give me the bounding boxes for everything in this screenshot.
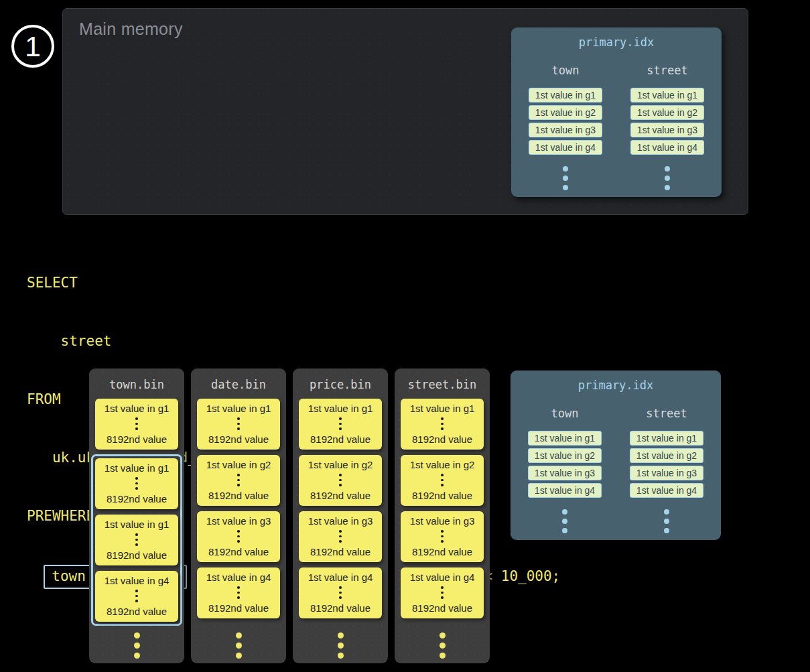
step-1-badge: 1 (11, 25, 54, 68)
dot (441, 479, 444, 482)
dot (441, 530, 444, 533)
dot (135, 427, 138, 430)
index-entry: 1st value in g2 (528, 448, 602, 463)
index-column-header: street (646, 407, 687, 420)
granule: 1st value in g2 8192nd value (299, 455, 382, 506)
dot (562, 509, 567, 515)
bin-file-title: date.bin (191, 378, 286, 391)
dot (237, 484, 240, 486)
selected-granules-highlight: 1st value in g1 8192nd value 1st value i… (91, 454, 182, 626)
dot (236, 653, 242, 659)
index-entry: 1st value in g3 (529, 123, 602, 137)
granule-first-value: 1st value in g3 (206, 515, 271, 527)
dot (339, 596, 342, 599)
dot (665, 185, 670, 190)
dot (237, 427, 240, 430)
index-column-street: street 1st value in g11st value in g21st… (630, 397, 703, 533)
dot (236, 643, 242, 649)
index-entry: 1st value in g2 (630, 448, 703, 463)
granule: 1st value in g2 8192nd value (401, 455, 484, 506)
dot (440, 643, 446, 649)
dot (134, 653, 140, 659)
vertical-ellipsis-icon (135, 590, 138, 602)
index-entry: 1st value in g4 (529, 140, 602, 155)
sql-line-select: SELECT (27, 273, 560, 293)
dot (339, 427, 342, 430)
dot (441, 540, 444, 543)
bin-file-title: town.bin (89, 378, 184, 391)
index-entry: 1st value in g1 (630, 431, 703, 446)
index-entry: 1st value in g1 (529, 88, 602, 103)
granule: 1st value in g1 8192nd value (95, 399, 178, 450)
dot (338, 632, 344, 639)
granule-last-value: 8192nd value (208, 490, 269, 501)
dot (563, 166, 568, 172)
dot (441, 474, 444, 476)
dot (562, 519, 567, 524)
dot (135, 590, 138, 592)
index-entry: 1st value in g1 (630, 88, 704, 103)
dot (237, 474, 240, 476)
granule: 1st value in g3 8192nd value (401, 511, 484, 562)
dot (441, 484, 444, 486)
vertical-ellipsis-icon (441, 530, 444, 543)
dot (441, 535, 444, 538)
bin-file-title: street.bin (395, 378, 490, 391)
dot (339, 417, 342, 420)
dot (237, 479, 240, 482)
primary-index-panel: primary.idx town 1st value in g11st valu… (511, 27, 722, 197)
dot (339, 530, 342, 533)
index-entry: 1st value in g4 (630, 483, 703, 498)
main-memory-title: Main memory (79, 19, 183, 39)
granule-list: 1st value in g1 8192nd value 1st value i… (191, 399, 286, 618)
dot (237, 592, 240, 594)
index-entries: 1st value in g11st value in g21st value … (630, 431, 703, 500)
dot (134, 643, 140, 649)
vertical-ellipsis-icon (135, 477, 138, 490)
ellipsis-dots-icon (563, 166, 568, 190)
dot (339, 592, 342, 594)
dot (135, 417, 138, 420)
vertical-ellipsis-icon (441, 474, 444, 486)
primary-index-title: primary.idx (511, 379, 721, 392)
dot (440, 653, 446, 659)
vertical-ellipsis-icon (339, 586, 342, 599)
granule-last-value: 8192nd value (208, 602, 269, 614)
primary-index-columns: town 1st value in g11st value in g21st v… (511, 397, 721, 533)
granule-first-value: 1st value in g2 (410, 459, 475, 470)
granule-first-value: 1st value in g1 (105, 519, 170, 530)
granule-last-value: 8192nd value (310, 433, 370, 445)
ellipsis-dots-icon (89, 632, 184, 659)
granule: 1st value in g1 8192nd value (95, 458, 178, 509)
bin-file-panel-town-bin: town.bin 1st value in g1 8192nd value 1s… (89, 368, 184, 663)
dot (135, 533, 138, 536)
dot (135, 600, 138, 602)
primary-index-panel: primary.idx town 1st value in g11st valu… (511, 371, 721, 540)
granule: 1st value in g3 8192nd value (299, 511, 382, 562)
dot (237, 417, 240, 420)
granule-last-value: 8192nd value (107, 549, 167, 561)
granule: 1st value in g4 8192nd value (95, 571, 178, 622)
dot (135, 423, 138, 425)
dot (135, 595, 138, 598)
bin-file-panel-street-bin: street.bin 1st value in g1 8192nd value … (395, 368, 490, 663)
dot (339, 535, 342, 538)
condition-indent (27, 568, 44, 584)
dot (135, 477, 138, 480)
vertical-ellipsis-icon (237, 474, 240, 486)
dot (441, 417, 444, 420)
granule: 1st value in g1 8192nd value (197, 399, 280, 450)
index-entry: 1st value in g3 (630, 466, 703, 480)
dot (339, 474, 342, 476)
primary-index-in-memory-mount: primary.idx town 1st value in g11st valu… (511, 27, 722, 197)
vertical-ellipsis-icon (339, 417, 342, 430)
dot (135, 487, 138, 490)
granule-list: 1st value in g1 8192nd value 1st value i… (395, 399, 490, 618)
ellipsis-dots-icon (191, 632, 286, 659)
ellipsis-dots-icon (395, 632, 490, 659)
dot (237, 423, 240, 425)
ellipsis-dots-icon (562, 509, 567, 533)
granule: 1st value in g4 8192nd value (401, 567, 484, 618)
dot (135, 482, 138, 485)
index-entries: 1st value in g11st value in g21st value … (528, 431, 602, 500)
